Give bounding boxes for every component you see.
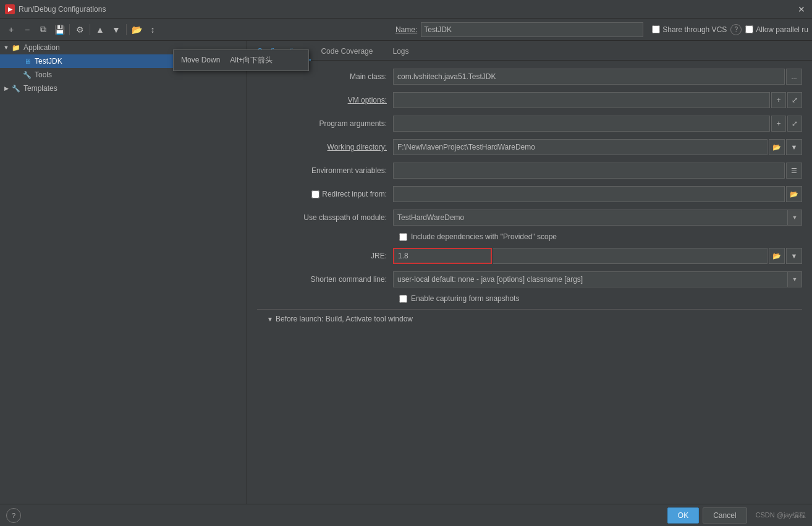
env-vars-label: Environment variables: <box>257 166 393 175</box>
add-config-button[interactable]: + <box>4 22 19 37</box>
tab-code-coverage[interactable]: Code Coverage <box>311 43 383 61</box>
jre-input[interactable] <box>393 248 492 264</box>
move-down-menu-item[interactable]: Move Down Alt+向下箭头 <box>174 53 308 68</box>
main-class-browse-btn[interactable]: ... <box>786 69 802 85</box>
expand-arrow-testjdk <box>14 57 21 65</box>
allow-parallel-checkbox-label[interactable]: Allow parallel ru <box>745 25 808 34</box>
title-bar-text: Run/Debug Configurations <box>19 5 106 14</box>
toolbar-right: Share through VCS ? Allow parallel ru <box>652 24 808 35</box>
working-dir-dropdown-btn[interactable]: ▼ <box>786 139 802 155</box>
vm-options-expand-btn[interactable]: + <box>771 92 786 108</box>
enable-snapshots-label: Enable capturing form snapshots <box>411 294 519 303</box>
classpath-module-row: Use classpath of module: TestHardWareDem… <box>257 209 802 226</box>
classpath-module-select[interactable]: TestHardWareDemo <box>393 210 802 226</box>
program-args-label: Program arguments: <box>257 119 393 128</box>
ok-button[interactable]: OK <box>667 507 699 524</box>
jre-dropdown-btn[interactable]: ▼ <box>786 248 802 264</box>
program-args-fullscreen-btn[interactable]: ⤢ <box>787 116 802 132</box>
tree-label-application: Application <box>23 43 60 52</box>
toolbar-separator-2 <box>90 24 90 35</box>
main-class-input-group: ... <box>393 69 802 85</box>
vcs-help-icon[interactable]: ? <box>730 24 742 35</box>
classpath-module-select-wrapper: TestHardWareDemo ▼ <box>393 210 802 226</box>
main-content: ▼ 📁 Application 🖥 TestJDK 🔧 Tools ▶ 🔧 Te… <box>0 41 812 504</box>
classpath-module-label: Use classpath of module: <box>257 213 393 222</box>
working-dir-input[interactable] <box>393 139 768 155</box>
tree-label-templates: Templates <box>23 84 57 93</box>
share-vcs-checkbox-label[interactable]: Share through VCS <box>652 25 727 34</box>
vm-options-label: VM options: <box>257 96 393 104</box>
vm-options-row: VM options: + ⤢ <box>257 91 802 109</box>
vm-options-input-group: + ⤢ <box>393 92 802 108</box>
redirect-input-group: 📂 <box>393 186 802 202</box>
close-button[interactable]: ✕ <box>796 4 807 15</box>
program-args-input-group: + ⤢ <box>393 116 802 132</box>
settings-button[interactable]: ⚙ <box>72 22 87 37</box>
working-dir-row: Working directory: 📂 ▼ <box>257 138 802 156</box>
allow-parallel-checkbox[interactable] <box>745 25 753 33</box>
main-class-input[interactable] <box>393 69 785 85</box>
program-args-input[interactable] <box>393 116 770 132</box>
folder-button[interactable]: 📂 <box>129 22 144 37</box>
program-args-row: Program arguments: + ⤢ <box>257 115 802 132</box>
cancel-button[interactable]: Cancel <box>703 507 746 524</box>
watermark: CSDN @jay编程 <box>756 511 806 520</box>
expand-arrow-templates: ▶ <box>2 85 10 92</box>
app-icon: ▶ <box>5 4 15 14</box>
jre-input-wrapper: 📂 ▼ <box>393 248 802 264</box>
main-class-row: Main class: ... <box>257 68 802 85</box>
sort-button[interactable]: ↕ <box>145 22 160 37</box>
program-args-expand-btn[interactable]: + <box>771 116 786 132</box>
vm-options-fullscreen-btn[interactable]: ⤢ <box>787 92 802 108</box>
tab-logs[interactable]: Logs <box>383 43 418 61</box>
move-up-button[interactable]: ▲ <box>93 22 108 37</box>
redirect-input-label: Redirect input from: <box>257 190 393 198</box>
jre-browse-btn[interactable]: 📂 <box>769 248 785 264</box>
help-button[interactable]: ? <box>6 508 21 523</box>
enable-snapshots-checkbox[interactable] <box>399 295 407 303</box>
save-config-button[interactable]: 💾 <box>52 22 67 37</box>
redirect-input-row: Redirect input from: 📂 <box>257 185 802 203</box>
redirect-browse-btn[interactable]: 📂 <box>786 186 802 202</box>
tree-label-tools: Tools <box>35 70 52 79</box>
jre-label: JRE: <box>257 252 393 260</box>
redirect-input-checkbox[interactable] <box>311 190 319 198</box>
dropdown-button[interactable]: ▼ <box>109 22 124 37</box>
before-launch-section: ▼ Before launch: Build, Activate tool wi… <box>257 309 802 328</box>
jre-row: JRE: 📂 ▼ <box>257 247 802 265</box>
working-dir-browse-btn[interactable]: 📂 <box>769 139 785 155</box>
shorten-cmd-row: Shorten command line: user-local default… <box>257 271 802 288</box>
expand-arrow-application: ▼ <box>2 44 10 51</box>
dropdown-menu: Move Down Alt+向下箭头 <box>173 49 309 71</box>
before-launch-header[interactable]: ▼ Before launch: Build, Activate tool wi… <box>267 315 792 323</box>
app-icon-testjdk: 🖥 <box>22 56 32 66</box>
share-vcs-checkbox[interactable] <box>652 25 660 33</box>
env-vars-row: Environment variables: ☰ <box>257 162 802 179</box>
wrench-icon-templates: 🔧 <box>11 83 21 93</box>
tabs: Configuration Code Coverage Logs <box>247 41 812 61</box>
bottom-right: OK Cancel CSDN @jay编程 <box>667 507 806 524</box>
vm-options-input[interactable] <box>393 92 770 108</box>
expand-arrow-tools <box>14 71 21 78</box>
working-dir-input-group: 📂 ▼ <box>393 139 802 155</box>
shorten-cmd-label: Shorten command line: <box>257 275 393 284</box>
bottom-toolbar: ? OK Cancel CSDN @jay编程 <box>0 504 812 526</box>
working-dir-label: Working directory: <box>257 143 393 151</box>
before-launch-arrow: ▼ <box>267 316 273 323</box>
shorten-cmd-select[interactable]: user-local default: none - java [options… <box>393 271 802 287</box>
title-bar: ▶ Run/Debug Configurations ✕ <box>0 0 812 19</box>
tree-label-testjdk: TestJDK <box>35 57 62 66</box>
redirect-input-input[interactable] <box>393 186 785 202</box>
toolbar-separator-3 <box>126 24 127 35</box>
env-vars-edit-btn[interactable]: ☰ <box>786 163 802 179</box>
copy-config-button[interactable]: ⧉ <box>36 22 51 37</box>
config-name-input[interactable] <box>421 22 643 37</box>
before-launch-label: Before launch: Build, Activate tool wind… <box>276 315 413 323</box>
env-vars-input[interactable] <box>393 163 785 179</box>
include-deps-row: Include dependencies with "Provided" sco… <box>257 232 802 241</box>
tree-item-templates[interactable]: ▶ 🔧 Templates <box>0 82 247 95</box>
toolbar-separator-1 <box>69 24 70 35</box>
include-deps-checkbox[interactable] <box>399 233 407 241</box>
remove-config-button[interactable]: − <box>20 22 35 37</box>
include-deps-label: Include dependencies with "Provided" sco… <box>411 232 557 241</box>
